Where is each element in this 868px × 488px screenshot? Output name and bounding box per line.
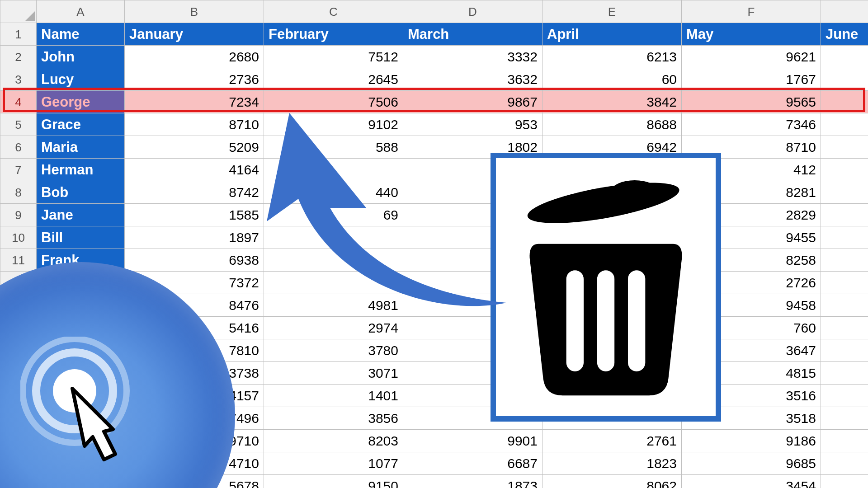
row-header-1[interactable]: 1 xyxy=(0,23,37,46)
row-header[interactable]: 2 xyxy=(0,46,37,68)
header-row-1[interactable]: 1 Name January February March April May … xyxy=(0,23,868,46)
data-cell[interactable] xyxy=(264,249,403,272)
col-header-D[interactable]: D xyxy=(403,0,542,23)
column-header-row[interactable]: A B C D E F xyxy=(0,0,868,23)
table-row[interactable]: 2John26807512333262139621 xyxy=(0,46,868,68)
data-cell[interactable]: 8710 xyxy=(125,113,264,136)
select-all-cell[interactable] xyxy=(0,0,37,23)
data-cell[interactable] xyxy=(264,159,403,181)
data-cell[interactable] xyxy=(821,294,868,317)
name-cell[interactable]: John xyxy=(37,46,125,68)
data-cell[interactable]: 7512 xyxy=(264,46,403,68)
row-header[interactable]: 4 xyxy=(0,91,37,113)
name-cell[interactable]: Bob xyxy=(37,181,125,204)
data-cell[interactable]: 7346 xyxy=(682,113,821,136)
data-cell[interactable]: 1767 xyxy=(682,68,821,91)
name-cell[interactable]: George xyxy=(37,91,125,113)
row-header[interactable]: 7 xyxy=(0,159,37,181)
data-cell[interactable]: 69 xyxy=(264,204,403,226)
data-cell[interactable] xyxy=(821,91,868,113)
data-cell[interactable]: 5209 xyxy=(125,136,264,159)
table-row[interactable]: 3Lucy273626453632601767 xyxy=(0,68,868,91)
data-cell[interactable]: 9186 xyxy=(682,430,821,452)
col-header-B[interactable]: B xyxy=(125,0,264,23)
data-cell[interactable]: 8688 xyxy=(542,113,682,136)
data-cell[interactable]: 1077 xyxy=(264,452,403,475)
data-cell[interactable]: 3780 xyxy=(264,339,403,362)
data-cell[interactable] xyxy=(821,272,868,294)
data-cell[interactable]: 2645 xyxy=(264,68,403,91)
row-header[interactable]: 8 xyxy=(0,181,37,204)
data-cell[interactable] xyxy=(821,339,868,362)
header-april[interactable]: April xyxy=(542,23,682,46)
table-row[interactable]: 10Bill18979455 xyxy=(0,226,868,249)
name-cell[interactable]: Maria xyxy=(37,136,125,159)
data-cell[interactable]: 1823 xyxy=(542,452,682,475)
data-cell[interactable]: 4981 xyxy=(264,294,403,317)
data-cell[interactable]: 8062 xyxy=(542,475,682,488)
data-cell[interactable] xyxy=(821,430,868,452)
header-march[interactable]: March xyxy=(403,23,542,46)
data-cell[interactable]: 588 xyxy=(264,136,403,159)
data-cell[interactable]: 2680 xyxy=(125,46,264,68)
data-cell[interactable] xyxy=(821,452,868,475)
table-row[interactable]: 7Herman4164412 xyxy=(0,159,868,181)
data-cell[interactable] xyxy=(821,317,868,339)
data-cell[interactable]: 953 xyxy=(403,113,542,136)
table-row[interactable]: 8Bob87424408281 xyxy=(0,181,868,204)
data-cell[interactable] xyxy=(821,226,868,249)
data-cell[interactable] xyxy=(821,249,868,272)
data-cell[interactable]: 60 xyxy=(542,68,682,91)
row-header[interactable]: 10 xyxy=(0,226,37,249)
data-cell[interactable]: 9901 xyxy=(403,430,542,452)
data-cell[interactable] xyxy=(821,407,868,430)
data-cell[interactable]: 6938 xyxy=(125,249,264,272)
table-row[interactable]: 6Maria5209588180269428710 xyxy=(0,136,868,159)
header-may[interactable]: May xyxy=(682,23,821,46)
table-row[interactable]: 11Frank69388258 xyxy=(0,249,868,272)
data-cell[interactable]: 7506 xyxy=(264,91,403,113)
data-cell[interactable] xyxy=(821,136,868,159)
name-cell[interactable]: Herman xyxy=(37,159,125,181)
col-header-G[interactable] xyxy=(821,0,868,23)
row-header[interactable]: 3 xyxy=(0,68,37,91)
row-header[interactable]: 9 xyxy=(0,204,37,226)
data-cell[interactable]: 3632 xyxy=(403,68,542,91)
table-row[interactable]: 9Jane1585692829 xyxy=(0,204,868,226)
table-row[interactable]: 4George72347506986738429565 xyxy=(0,91,868,113)
data-cell[interactable] xyxy=(821,68,868,91)
data-cell[interactable]: 440 xyxy=(264,181,403,204)
data-cell[interactable]: 1873 xyxy=(403,475,542,488)
header-february[interactable]: February xyxy=(264,23,403,46)
row-header[interactable]: 6 xyxy=(0,136,37,159)
data-cell[interactable] xyxy=(821,204,868,226)
header-name[interactable]: Name xyxy=(37,23,125,46)
data-cell[interactable]: 7234 xyxy=(125,91,264,113)
data-cell[interactable]: 9685 xyxy=(682,452,821,475)
data-cell[interactable]: 3454 xyxy=(682,475,821,488)
table-row[interactable]: 5Grace8710910295386887346 xyxy=(0,113,868,136)
data-cell[interactable]: 4164 xyxy=(125,159,264,181)
col-header-E[interactable]: E xyxy=(542,0,682,23)
data-cell[interactable]: 9867 xyxy=(403,91,542,113)
data-cell[interactable]: 8203 xyxy=(264,430,403,452)
header-january[interactable]: January xyxy=(125,23,264,46)
data-cell[interactable]: 6213 xyxy=(542,46,682,68)
data-cell[interactable] xyxy=(821,159,868,181)
data-cell[interactable]: 9150 xyxy=(264,475,403,488)
data-cell[interactable] xyxy=(821,181,868,204)
data-cell[interactable]: 6687 xyxy=(403,452,542,475)
name-cell[interactable]: Lucy xyxy=(37,68,125,91)
data-cell[interactable]: 3071 xyxy=(264,362,403,385)
data-cell[interactable] xyxy=(821,46,868,68)
data-cell[interactable]: 2761 xyxy=(542,430,682,452)
data-cell[interactable]: 3332 xyxy=(403,46,542,68)
name-cell[interactable]: Bill xyxy=(37,226,125,249)
data-cell[interactable]: 3856 xyxy=(264,407,403,430)
data-cell[interactable]: 9102 xyxy=(264,113,403,136)
data-cell[interactable] xyxy=(821,362,868,385)
data-cell[interactable] xyxy=(821,113,868,136)
data-cell[interactable] xyxy=(821,475,868,488)
data-cell[interactable]: 2736 xyxy=(125,68,264,91)
data-cell[interactable] xyxy=(264,226,403,249)
